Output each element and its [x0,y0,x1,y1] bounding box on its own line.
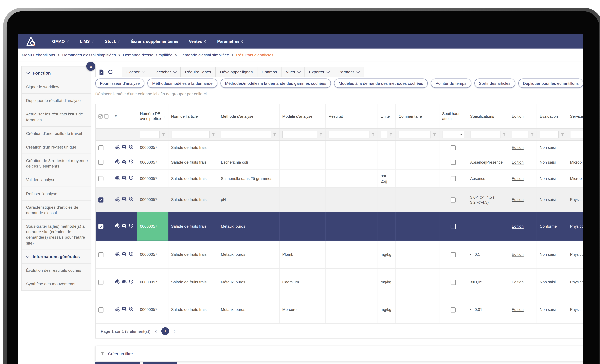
funnel-icon[interactable] [502,133,506,136]
pager-prev-button[interactable]: ‹ [155,328,157,334]
seuil-checkbox[interactable] [451,197,456,202]
sidebar-item[interactable]: Actualiser les résultats issus de formul… [22,107,91,127]
row-checkbox[interactable] [98,160,103,165]
pager-next-button[interactable]: › [174,328,176,334]
mail-add-icon[interactable] [122,223,127,229]
funnel-icon[interactable] [561,133,564,136]
edition-link[interactable]: Edition [512,280,524,285]
mail-add-icon[interactable] [122,176,127,182]
funnel-icon[interactable] [212,133,215,136]
sidebar-item[interactable]: Caractéristiques d'articles de demande d… [22,200,91,220]
sidebar-item[interactable]: Signer le workflow [22,80,91,94]
filter-select[interactable] [442,131,464,138]
toolbar-button-d-velopper-lignes[interactable]: Développer lignes [216,67,257,77]
attachment-add-icon[interactable] [115,145,120,151]
toolbar-button-r-duire-lignes[interactable]: Réduire lignes [181,67,216,77]
header-checkbox-checked[interactable] [98,114,103,119]
pill-button-dupliquer-pour-les-chantillons[interactable]: Dupliquer pour les échantillons [518,79,583,88]
sidebar-item[interactable]: Sous-traiter la(les) méthode(s) à un aut… [22,220,91,250]
attachment-add-icon[interactable] [115,159,120,166]
edition-link[interactable]: Edition [512,307,524,312]
filter-input[interactable] [140,131,160,138]
attachment-add-icon[interactable] [115,307,120,313]
toolbar-button-champs[interactable]: Champs [257,67,282,77]
navbar-item--crans-suppl-mentaires[interactable]: Écrans supplémentaires [131,39,178,44]
table-row[interactable]: 00000057Salade de fruits fraisMétaux lou… [96,212,583,241]
history-icon[interactable] [129,197,134,203]
navbar-item-gmao[interactable]: GMAO [52,39,70,44]
attachment-add-icon[interactable] [115,252,120,258]
table-row[interactable]: 00000057Salade de fruits fraisSalmonella… [96,170,583,188]
header-cell-sp-cifications[interactable]: Spécifications [467,104,509,128]
edition-link[interactable]: Edition [512,197,524,202]
seuil-checkbox[interactable] [451,252,456,257]
mail-add-icon[interactable] [122,145,127,151]
navbar-item-ventes[interactable]: Ventes [189,39,207,44]
row-checkbox[interactable] [98,307,103,312]
breadcrumb-item[interactable]: Demande d'essai simplifiée [179,53,229,57]
sidebar-item[interactable]: Évolution des résultats cochés [22,263,91,277]
header-cell-unit-[interactable]: Unité [378,104,396,128]
toolbar-button-vues[interactable]: Vues [281,67,305,77]
sidebar-item[interactable]: Création de 3 re-tests et moyenne de ces… [22,154,91,173]
breadcrumb-item[interactable]: Demande d'essai simplifiée [123,53,172,57]
header-cell--valuation[interactable]: Évaluation [537,104,567,128]
funnel-icon[interactable] [162,133,165,136]
pill-button-mod-les-la-demande-des-m-thodes-coch-es[interactable]: Modèles à la demande des méthodes cochée… [334,79,428,88]
funnel-icon[interactable] [371,133,375,136]
edition-link[interactable]: Edition [512,176,524,181]
filter-input[interactable] [512,131,528,138]
filter-input[interactable] [282,131,317,138]
filter-input[interactable] [399,131,431,138]
history-icon[interactable] [129,223,134,230]
history-icon[interactable] [129,159,134,166]
filter-input[interactable] [171,131,209,138]
row-checkbox[interactable] [98,176,103,181]
table-row[interactable]: 00000057Salade de fruits fraisMétaux lou… [96,296,583,324]
header-cell-service[interactable]: Service [567,104,583,128]
header-cell-commentaire[interactable]: Commentaire [396,104,439,128]
seuil-checkbox[interactable] [451,176,456,181]
mail-add-icon[interactable] [122,252,127,258]
pill-button-m-thodes-mod-les-la-demande-des-gammes-coch-es[interactable]: Méthodes/modèles à la demande des gammes… [220,79,331,88]
mail-add-icon[interactable] [122,159,127,165]
toolbar-button-partager[interactable]: Partager [334,67,364,77]
funnel-icon[interactable] [433,133,436,136]
table-row[interactable]: 00000057Salade de fruits fraisMétaux lou… [96,241,583,269]
seuil-checkbox[interactable] [451,160,456,165]
sidebar-item[interactable]: Synthèse des mouvements [22,277,91,291]
funnel-icon[interactable] [319,133,323,136]
seuil-checkbox[interactable] [451,307,456,312]
excel-export-icon[interactable] [99,69,104,75]
row-checkbox[interactable] [98,224,103,229]
filter-input[interactable] [570,131,583,138]
navbar-item-param-tres[interactable]: Paramètres [217,39,244,44]
header-checkbox-empty[interactable] [104,114,109,119]
header-cell-m-thode-d-analyse[interactable]: Méthode d'analyse [218,104,280,128]
pill-button-m-thodes-mod-les-la-demande[interactable]: Méthodes/modèles à la demande [148,79,217,88]
header-cell-num-ro-de-avec-pr-fixe[interactable]: Numéro DE avec préfixe↑ [137,104,168,128]
sidebar-collapse-button[interactable]: « [86,62,95,71]
edition-link[interactable]: Edition [512,252,524,257]
header-cell-mod-le-d-analyse[interactable]: Modèle d'analyse [280,104,326,128]
header-cell-seuil-haut-atteint[interactable]: Seuil haut atteint [440,104,467,128]
create-filter-bar[interactable]: Créer un filtre [95,345,583,362]
filter-input[interactable] [381,131,387,138]
table-row[interactable]: 00000057Salade de fruits fraisMétaux lou… [96,269,583,296]
attachment-add-icon[interactable] [115,197,120,203]
mail-add-icon[interactable] [122,197,127,203]
pill-button-pointer-du-temps[interactable]: Pointer du temps [431,79,471,88]
navbar-item-lims[interactable]: LIMS [80,39,94,44]
sidebar-item[interactable]: Valider l'analyse [22,173,91,187]
history-icon[interactable] [129,145,134,151]
sidebar-item[interactable]: Refuser l'analyse [22,187,91,200]
breadcrumb-item[interactable]: Demandes d'essai simplifiées [62,53,116,57]
navbar-item-stock[interactable]: Stock [105,39,121,44]
row-checkbox[interactable] [98,197,103,202]
history-icon[interactable] [129,176,134,182]
sidebar-item[interactable]: Dupliquer le résultat d'analyse [22,94,91,107]
row-checkbox[interactable] [98,252,103,257]
seuil-checkbox[interactable] [451,145,456,150]
edition-link[interactable]: Edition [512,224,524,229]
table-row[interactable]: 00000057Salade de fruits fraisEditionNon… [96,141,583,155]
